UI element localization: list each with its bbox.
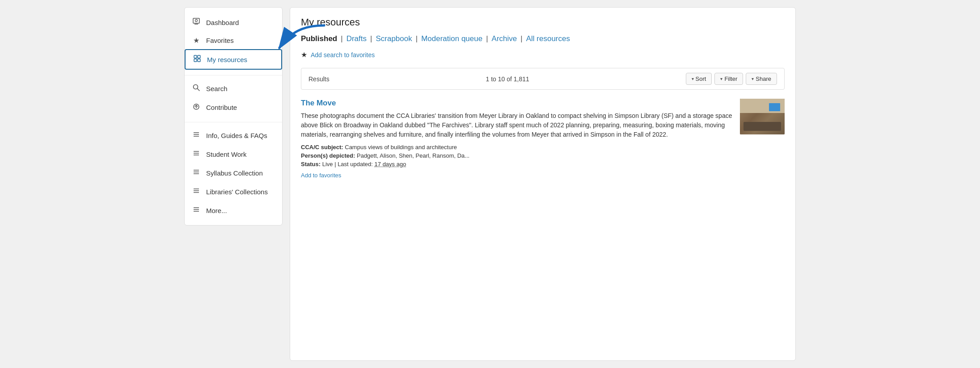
sort-button[interactable]: ▾ Sort [686,73,712,85]
list-icon-4 [192,187,201,197]
sidebar-section-tools: Search Contribute [185,75,282,118]
resource-thumbnail [740,99,785,134]
subject-value: Campus views of buildings and architectu… [345,144,457,151]
sidebar-item-libraries-collections[interactable]: Libraries' Collections [185,182,282,201]
tab-all-resources[interactable]: All resources [526,34,570,43]
page-title: My resources [301,17,785,28]
sidebar-item-libraries-collections-label: Libraries' Collections [206,188,268,196]
sort-label: Sort [696,75,706,82]
sidebar-item-favorites-label: Favorites [206,37,234,44]
sidebar-item-more[interactable]: More... [185,201,282,220]
grid-icon [193,54,202,64]
list-icon-3 [192,168,201,178]
results-bar: Results 1 to 10 of 1,811 ▾ Sort ▾ Filter… [301,68,785,90]
svg-rect-3 [194,55,197,58]
upload-icon [192,102,201,112]
filter-button[interactable]: ▾ Filter [714,73,743,85]
sidebar-item-my-resources-label: My resources [207,56,247,63]
resource-description: These photographs document the CCA Libra… [301,111,733,139]
filter-dropdown-arrow: ▾ [720,76,722,81]
sidebar-item-syllabus-collection-label: Syllabus Collection [206,169,263,177]
results-count: 1 to 10 of 1,811 [337,75,679,83]
svg-rect-4 [198,55,200,58]
sidebar-item-contribute[interactable]: Contribute [185,98,282,117]
tabs-row: Published | Drafts | Scrapbook | Moderat… [301,34,785,43]
sidebar: Dashboard ★ Favorites My resources [184,7,283,226]
svg-rect-0 [193,18,199,23]
search-icon [192,84,201,93]
add-search-favorites-label: Add search to favorites [311,51,375,59]
sidebar-item-search[interactable]: Search [185,79,282,98]
sidebar-item-favorites[interactable]: ★ Favorites [185,32,282,49]
svg-line-9 [198,89,200,91]
sidebar-item-student-work[interactable]: Student Work [185,145,282,163]
sidebar-item-student-work-label: Student Work [206,151,247,158]
persons-label: Person(s) depicted: [301,152,355,159]
svg-point-2 [195,20,198,22]
sidebar-item-dashboard[interactable]: Dashboard [185,13,282,32]
list-icon [192,130,201,140]
tab-moderation-queue[interactable]: Moderation queue [421,34,482,43]
tab-scrapbook[interactable]: Scrapbook [376,34,412,43]
add-to-favorites-link[interactable]: Add to favorites [301,172,733,179]
star-icon: ★ [192,36,201,45]
svg-rect-6 [198,59,200,62]
person-icon [192,17,201,27]
share-button[interactable]: ▾ Share [746,73,777,85]
tab-drafts[interactable]: Drafts [346,34,367,43]
tab-published[interactable]: Published [301,34,337,43]
tab-archive[interactable]: Archive [492,34,517,43]
add-search-to-favorites[interactable]: ★ Add search to favorites [301,50,785,59]
sidebar-item-more-label: More... [206,207,227,214]
main-content: My resources Published | Drafts | Scrapb… [290,7,796,361]
share-dropdown-arrow: ▾ [752,76,754,81]
resource-title[interactable]: The Move [301,99,733,108]
status-updated-link[interactable]: 17 days ago [375,161,406,167]
sidebar-item-info-guides-faqs-label: Info, Guides & FAQs [206,132,267,139]
persons-value: Padgett, Alison, Shen, Pearl, Ransom, Da… [357,152,469,159]
sidebar-item-dashboard-label: Dashboard [206,19,239,26]
sidebar-item-contribute-label: Contribute [206,104,237,111]
resource-item: The Move These photographs document the … [301,99,785,186]
sidebar-item-info-guides-faqs[interactable]: Info, Guides & FAQs [185,126,282,145]
sidebar-item-search-label: Search [206,85,228,92]
sidebar-section-collections: Info, Guides & FAQs Student Work [185,122,282,222]
status-label: Status: [301,161,321,167]
svg-rect-5 [194,59,197,62]
resource-body: The Move These photographs document the … [301,99,733,179]
thumbnail-image [740,99,785,134]
results-label: Results [308,75,329,83]
sidebar-item-syllabus-collection[interactable]: Syllabus Collection [185,163,282,182]
subject-label: CCA/C subject: [301,144,343,151]
list-icon-5 [192,205,201,215]
resource-subject: CCA/C subject: Campus views of buildings… [301,144,733,151]
star-filled-icon: ★ [301,50,307,59]
resource-persons: Person(s) depicted: Padgett, Alison, She… [301,152,733,159]
results-actions: ▾ Sort ▾ Filter ▾ Share [686,73,777,85]
list-icon-2 [192,149,201,159]
sidebar-section-main: Dashboard ★ Favorites My resources [185,11,282,71]
sidebar-item-my-resources[interactable]: My resources [185,49,282,70]
resource-status: Status: Live | Last updated: 17 days ago [301,161,733,167]
filter-label: Filter [724,75,737,82]
status-value: Live | Last updated: [322,161,373,167]
sort-dropdown-arrow: ▾ [692,76,694,81]
share-label: Share [756,75,771,82]
